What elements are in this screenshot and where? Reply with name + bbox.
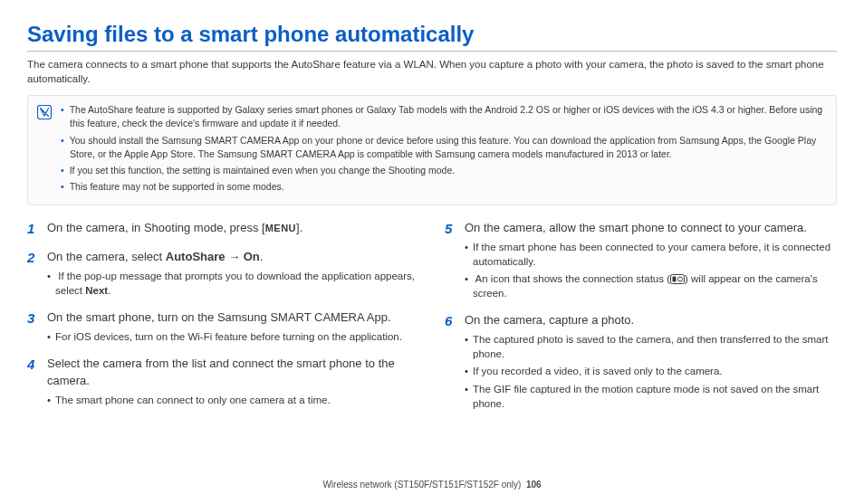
step-text: Select the camera from the list and conn… — [47, 356, 419, 388]
left-column: 1 On the camera, in Shooting mode, press… — [27, 220, 419, 423]
step-text: On the camera, capture a photo. — [465, 312, 837, 328]
step-text: On the camera, select AutoShare → On. — [47, 249, 419, 265]
step-4: 4 Select the camera from the list and co… — [27, 356, 419, 409]
sub-item: If the smart phone has been connected to… — [465, 240, 837, 269]
title-divider — [27, 51, 837, 52]
sub-item: An icon that shows the connection status… — [465, 271, 837, 300]
step-number: 3 — [27, 309, 40, 347]
text: An icon that shows the connection status… — [475, 273, 670, 284]
sub-item: For iOS devices, turn on the Wi-Fi featu… — [47, 329, 402, 344]
note-item: The AutoShare feature is supported by Ga… — [61, 103, 827, 130]
step-1: 1 On the camera, in Shooting mode, press… — [27, 220, 419, 240]
sub-list: For iOS devices, turn on the Wi-Fi featu… — [47, 329, 402, 344]
footer-section: Wireless network (ST150F/ST151F/ST152F o… — [322, 480, 521, 490]
text: ]. — [296, 221, 302, 234]
note-item: If you set this function, the setting is… — [61, 164, 827, 177]
note-item: This feature may not be supported in som… — [61, 180, 827, 194]
step-2: 2 On the camera, select AutoShare → On. … — [27, 249, 419, 300]
step-6: 6 On the camera, capture a photo. The ca… — [445, 312, 837, 414]
step-number: 2 — [27, 249, 40, 300]
step-5: 5 On the camera, allow the smart phone t… — [445, 220, 837, 304]
sub-item: The smart phone can connect to only one … — [47, 393, 419, 407]
sub-item: The captured photo is saved to the camer… — [465, 332, 837, 361]
step-3: 3 On the smart phone, turn on the Samsun… — [27, 309, 419, 347]
menu-button-label: MENU — [265, 223, 296, 233]
note-list: The AutoShare feature is supported by Ga… — [61, 103, 827, 196]
sub-list: The captured photo is saved to the camer… — [465, 332, 837, 410]
text: . — [260, 250, 264, 263]
sub-list: If the smart phone has been connected to… — [465, 240, 837, 300]
step-number: 1 — [27, 220, 40, 240]
svg-rect-2 — [673, 277, 677, 282]
sub-item: If you recorded a video, it is saved onl… — [465, 364, 837, 378]
page-title: Saving files to a smart phone automatica… — [27, 22, 837, 47]
step-text: On the camera, in Shooting mode, press [… — [47, 220, 302, 236]
note-icon — [37, 105, 52, 119]
note-item: You should install the Samsung SMART CAM… — [61, 134, 827, 161]
step-number: 6 — [445, 312, 457, 414]
step-number: 5 — [445, 220, 457, 304]
text: On the camera, select — [47, 250, 166, 263]
page-number: 106 — [526, 480, 542, 490]
connection-status-icon — [670, 274, 685, 284]
svg-point-3 — [678, 277, 683, 281]
bold-text: AutoShare — [166, 250, 226, 263]
text: On the camera, in Shooting mode, press [ — [47, 221, 265, 234]
sub-list: If the pop-up message that prompts you t… — [47, 269, 419, 298]
arrow: → — [226, 250, 244, 263]
sub-item: If the pop-up message that prompts you t… — [47, 269, 419, 298]
sub-item: The GIF file captured in the motion capt… — [465, 382, 837, 411]
right-column: 5 On the camera, allow the smart phone t… — [445, 220, 837, 423]
text: . — [108, 285, 110, 296]
bold-text: On — [244, 250, 260, 263]
intro-paragraph: The camera connects to a smart phone tha… — [27, 57, 837, 86]
note-box: The AutoShare feature is supported by Ga… — [27, 95, 837, 204]
page-footer: Wireless network (ST150F/ST151F/ST152F o… — [0, 480, 864, 490]
sub-list: The smart phone can connect to only one … — [47, 393, 419, 407]
step-text: On the camera, allow the smart phone to … — [465, 220, 837, 236]
bold-text: Next — [85, 285, 108, 296]
steps-columns: 1 On the camera, in Shooting mode, press… — [27, 220, 837, 423]
step-number: 4 — [27, 356, 40, 409]
step-text: On the smart phone, turn on the Samsung … — [47, 309, 402, 326]
